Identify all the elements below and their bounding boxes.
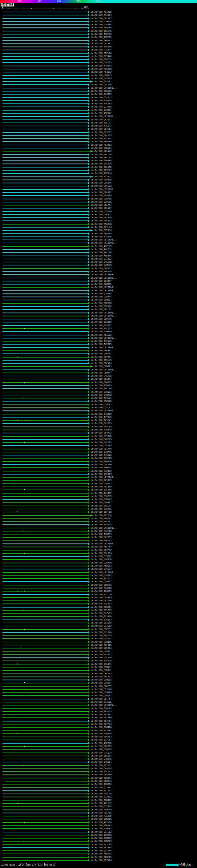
hit-bar[interactable] bbox=[2, 778, 88, 778]
hit-label[interactable]: UniRef100_Q3MAJ1 bbox=[91, 666, 111, 669]
hit-bar[interactable] bbox=[2, 154, 88, 155]
hit-row[interactable]: UniRef100_B8LKF8 bbox=[0, 166, 197, 169]
hit-row[interactable]: UniRef100_UPI0000... bbox=[0, 476, 197, 479]
hit-bar[interactable] bbox=[2, 645, 88, 645]
hit-bar[interactable] bbox=[2, 24, 88, 25]
hit-label[interactable]: UniRef100_B5M1Q1 bbox=[91, 299, 111, 301]
hit-label[interactable]: UniRef100_B4V6E9 bbox=[91, 343, 111, 345]
hit-label[interactable]: UniRef100_Q64MT2 bbox=[91, 432, 111, 434]
hit-bar[interactable] bbox=[2, 18, 88, 19]
hit-bar[interactable] bbox=[2, 518, 88, 519]
hit-label[interactable]: UniRef100_Q1K2F7 bbox=[91, 682, 111, 684]
hit-label[interactable]: UniRef100_Q848D8 bbox=[91, 216, 111, 219]
hit-bar[interactable] bbox=[2, 230, 88, 230]
hit-bar[interactable] bbox=[2, 287, 88, 287]
hit-row[interactable]: UniRef100_A2WXF5 bbox=[0, 283, 197, 286]
hit-label[interactable]: UniRef100_Q2PEU5 bbox=[91, 201, 111, 203]
hit-row[interactable]: UniRef100_Q2NZE3 bbox=[0, 707, 197, 710]
hit-row[interactable]: UniRef100_UPI0000... bbox=[0, 241, 197, 245]
hit-row[interactable]: UniRef100_Q2DMN4 bbox=[0, 292, 197, 295]
hit-bar[interactable] bbox=[2, 227, 88, 227]
hit-bar[interactable] bbox=[2, 768, 88, 769]
hit-row[interactable]: UniRef100_UPI0000... bbox=[0, 542, 197, 545]
hit-label[interactable]: UniRef100_A7HVF2 bbox=[91, 827, 111, 830]
hit-label[interactable]: UniRef100_UPI0000... bbox=[91, 542, 117, 545]
hit-label[interactable]: UniRef100_C0P838 bbox=[91, 179, 111, 181]
hit-label[interactable]: UniRef100_Q24LN1 bbox=[91, 406, 111, 409]
hit-row[interactable]: UniRef100_Q66504 bbox=[0, 754, 197, 757]
hit-label[interactable]: UniRef100_Q2IWF1 bbox=[91, 786, 111, 789]
hit-row[interactable]: UniRef100_C6XBT7 bbox=[0, 377, 197, 380]
hit-row[interactable]: UniRef100_B9S9Y6 bbox=[0, 45, 197, 48]
hit-label[interactable]: UniRef100_B01PU4 bbox=[91, 723, 111, 725]
hit-label[interactable]: UniRef100_B117N4 bbox=[91, 631, 111, 634]
hit-bar[interactable] bbox=[2, 721, 88, 721]
hit-bar[interactable] bbox=[2, 240, 88, 240]
hit-label[interactable]: UniRef100_B3CM68 bbox=[91, 457, 111, 459]
hit-bar[interactable] bbox=[2, 370, 88, 370]
hit-bar[interactable] bbox=[2, 445, 88, 446]
hit-bar[interactable] bbox=[2, 505, 88, 506]
hit-bar[interactable] bbox=[2, 106, 88, 107]
hit-row[interactable]: UniRef100_C1WPW5 bbox=[0, 197, 197, 200]
hit-label[interactable]: UniRef100_Q2XTB0 bbox=[91, 210, 111, 213]
hit-bar[interactable] bbox=[2, 731, 88, 731]
hit-bar[interactable] bbox=[2, 588, 88, 588]
hit-label[interactable]: UniRef100_Q21MW1 bbox=[91, 419, 111, 422]
hit-label[interactable]: UniRef100_Q30Q61 bbox=[91, 694, 111, 697]
hit-bar[interactable] bbox=[2, 214, 88, 215]
hit-row[interactable]: UniRef100_Q4H1G1 bbox=[0, 109, 197, 112]
hit-row[interactable]: UniRef100_A9W3R2 bbox=[0, 837, 197, 840]
hit-row[interactable]: UniRef100_C5C1M6 bbox=[0, 463, 197, 466]
hit-bar[interactable] bbox=[2, 480, 88, 480]
hit-row[interactable]: UniRef100_Q0FF84 bbox=[0, 698, 197, 701]
hit-label[interactable]: UniRef100_C1WDS7 bbox=[91, 403, 111, 406]
hit-label[interactable]: UniRef100_Q3L319 bbox=[91, 656, 111, 659]
hit-label[interactable]: UniRef100_A4I204 bbox=[91, 14, 111, 16]
hit-bar[interactable] bbox=[2, 75, 88, 76]
hit-bar[interactable] bbox=[2, 616, 88, 617]
hit-label[interactable]: UniRef100_B8J8T5 bbox=[91, 422, 111, 425]
hit-label[interactable]: UniRef100_B6ISX4 bbox=[91, 846, 111, 849]
hit-label[interactable]: UniRef100_A0B2F6 bbox=[91, 255, 111, 257]
hit-row[interactable]: UniRef100_P56246 bbox=[0, 223, 197, 226]
hit-label[interactable]: UniRef100_A1KYB0 bbox=[91, 68, 111, 70]
hit-label[interactable]: UniRef100_UPI0000... bbox=[91, 346, 117, 349]
hit-row[interactable]: UniRef100_UPI0000... bbox=[0, 273, 197, 276]
hit-bar[interactable] bbox=[2, 12, 88, 12]
hit-row[interactable]: UniRef100_A7C3Q9 bbox=[0, 473, 197, 476]
hit-row[interactable]: UniRef100_C4DFY9 bbox=[0, 438, 197, 441]
hit-label[interactable]: UniRef100_C2BAY4 bbox=[91, 296, 111, 298]
hit-label[interactable]: UniRef100_Q4Y033 bbox=[91, 536, 111, 538]
hit-bar[interactable] bbox=[2, 667, 88, 668]
hit-label[interactable]: UniRef100_UPI0000... bbox=[91, 571, 117, 574]
hit-bar[interactable] bbox=[2, 822, 88, 823]
hit-label[interactable]: UniRef100_A7PCL5 bbox=[91, 245, 111, 248]
hit-row[interactable]: UniRef100_B8LL76 bbox=[0, 153, 197, 156]
hit-label[interactable]: UniRef100_C5S5L9 bbox=[91, 596, 111, 599]
hit-bar[interactable] bbox=[2, 752, 88, 753]
hit-row[interactable]: UniRef100_Q5LPD6 bbox=[0, 811, 197, 814]
hit-label[interactable]: UniRef100_B0MEZ4 bbox=[91, 466, 111, 469]
hit-bar[interactable] bbox=[2, 237, 88, 237]
hit-label[interactable]: UniRef100_UPI0000... bbox=[91, 409, 117, 412]
hit-bar[interactable] bbox=[2, 455, 88, 456]
hit-label[interactable]: UniRef100_A5FZB9 bbox=[91, 644, 111, 646]
hit-bar[interactable] bbox=[2, 37, 88, 37]
hit-row[interactable]: UniRef100_B8FFD8 bbox=[0, 510, 197, 514]
hit-row[interactable]: UniRef100_B4V6E9 bbox=[0, 343, 197, 346]
hit-bar[interactable] bbox=[2, 759, 88, 759]
hit-row[interactable]: UniRef100_B5K0Y3 bbox=[0, 735, 197, 738]
hit-row[interactable]: UniRef100_Q55GG9 bbox=[0, 184, 197, 188]
hit-row[interactable]: UniRef100_B9NWE5 bbox=[0, 817, 197, 820]
hit-label[interactable]: UniRef100_A9PML4 bbox=[91, 172, 111, 175]
hit-bar[interactable] bbox=[2, 838, 88, 838]
hit-label[interactable]: UniRef100_C6XBT7 bbox=[91, 378, 111, 380]
hit-bar[interactable] bbox=[2, 120, 88, 120]
hit-bar[interactable] bbox=[2, 578, 88, 579]
hit-bar[interactable] bbox=[2, 800, 88, 801]
hit-label[interactable]: UniRef100_B6VC73 bbox=[91, 169, 111, 172]
hit-row[interactable]: UniRef100_B117N4 bbox=[0, 631, 197, 634]
hit-label[interactable]: UniRef100_UPI0000... bbox=[91, 87, 117, 89]
hit-label[interactable]: UniRef100_Q232S5 bbox=[91, 105, 111, 108]
